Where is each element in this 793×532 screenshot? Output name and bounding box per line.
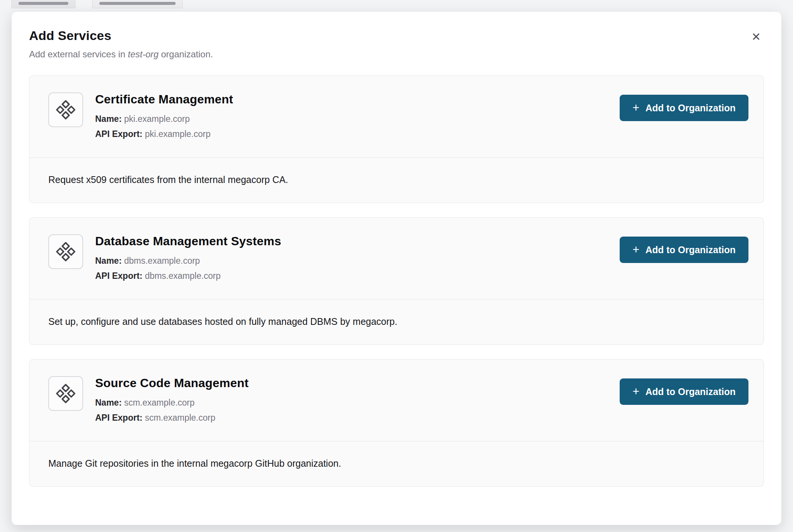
add-button-label: Add to Organization [645, 103, 736, 114]
plus-icon: + [633, 386, 639, 397]
page-title: Add Services [29, 28, 764, 43]
add-to-organization-button[interactable]: +Add to Organization [620, 378, 748, 405]
add-button-label: Add to Organization [645, 386, 736, 397]
service-card-certificate-management: Certificate Management Name: pki.example… [29, 75, 764, 203]
service-api-line: API Export: dbms.example.corp [95, 269, 281, 284]
diamonds-icon [56, 100, 76, 120]
service-title: Certificate Management [95, 92, 233, 106]
background-tab[interactable] [92, 0, 183, 8]
service-api-line: API Export: pki.example.corp [95, 127, 233, 142]
background-tab-label [99, 2, 176, 5]
service-description: Manage Git repositories in the internal … [29, 441, 764, 486]
card-header: Source Code Management Name: scm.example… [29, 360, 764, 441]
name-label: Name: [95, 256, 122, 266]
org-name: test-org [128, 49, 158, 59]
card-header: Certificate Management Name: pki.example… [29, 76, 764, 157]
service-description: Request x509 certificates from the inter… [29, 157, 764, 203]
service-icon [48, 376, 83, 411]
close-icon[interactable]: ✕ [751, 31, 761, 43]
service-name-line: Name: pki.example.corp [95, 112, 233, 127]
api-export-value: dbms.example.corp [145, 271, 221, 281]
add-to-organization-button[interactable]: +Add to Organization [620, 95, 748, 121]
api-export-value: pki.example.corp [145, 129, 211, 139]
diamonds-icon [56, 383, 76, 404]
card-head-text: Database Management Systems Name: dbms.e… [95, 234, 281, 283]
service-card-database-management-systems: Database Management Systems Name: dbms.e… [29, 217, 764, 345]
add-services-modal: ✕ Add Services Add external services in … [11, 11, 782, 525]
background-tab-label [19, 2, 68, 5]
service-name-line: Name: dbms.example.corp [95, 254, 281, 269]
background-tab[interactable] [11, 0, 76, 8]
add-to-organization-button[interactable]: +Add to Organization [620, 237, 748, 263]
api-export-label: API Export: [95, 413, 142, 423]
plus-icon: + [633, 244, 639, 255]
name-value: pki.example.corp [124, 114, 190, 124]
service-title: Source Code Management [95, 376, 248, 390]
name-label: Name: [95, 398, 122, 407]
add-button-label: Add to Organization [645, 244, 736, 255]
api-export-value: scm.example.corp [145, 413, 216, 423]
service-api-line: API Export: scm.example.corp [95, 411, 248, 426]
service-icon [48, 234, 83, 269]
service-icon [48, 92, 83, 127]
diamonds-icon [56, 241, 76, 262]
plus-icon: + [633, 102, 639, 114]
api-export-label: API Export: [95, 129, 142, 139]
service-title: Database Management Systems [95, 234, 281, 248]
service-card-list: Certificate Management Name: pki.example… [29, 75, 764, 487]
service-description: Set up, configure and use databases host… [29, 299, 764, 344]
api-export-label: API Export: [95, 271, 142, 281]
card-head-text: Source Code Management Name: scm.example… [95, 376, 248, 425]
card-head-text: Certificate Management Name: pki.example… [95, 92, 233, 141]
name-value: scm.example.corp [124, 398, 195, 407]
card-header: Database Management Systems Name: dbms.e… [29, 218, 764, 299]
name-label: Name: [95, 114, 122, 124]
service-card-source-code-management: Source Code Management Name: scm.example… [29, 359, 764, 487]
subtitle-prefix: Add external services in [29, 49, 128, 59]
subtitle-suffix: organization. [159, 49, 213, 59]
modal-subtitle: Add external services in test-org organi… [29, 49, 764, 60]
service-name-line: Name: scm.example.corp [95, 395, 248, 411]
name-value: dbms.example.corp [124, 256, 200, 266]
